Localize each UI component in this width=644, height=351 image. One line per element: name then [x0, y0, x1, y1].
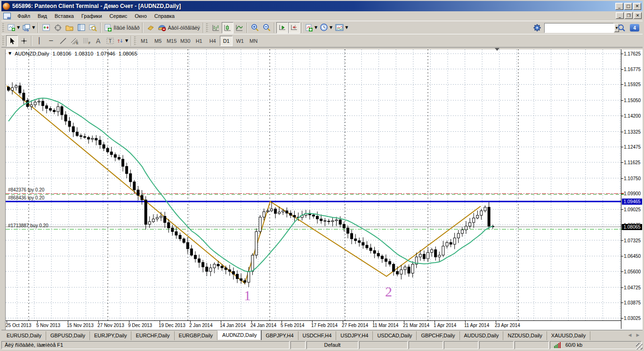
- date-tick-label: 11 Mar 2014: [372, 323, 398, 328]
- resize-grip[interactable]: [636, 343, 643, 350]
- price-tick-mark: [621, 178, 623, 179]
- wave-label-1[interactable]: 1: [244, 287, 251, 303]
- close-button[interactable]: ✕: [633, 3, 641, 10]
- new-chart-button[interactable]: ▼: [6, 22, 21, 33]
- label-tool-button[interactable]: T: [104, 35, 116, 47]
- text-tool-button[interactable]: A: [92, 35, 104, 47]
- minimize-button[interactable]: _: [615, 3, 623, 10]
- timeframe-h4[interactable]: H4: [206, 36, 219, 46]
- order-line-label-0[interactable]: #842376 tpy 0.20: [8, 187, 44, 192]
- menu-1[interactable]: Вид: [34, 12, 51, 20]
- chart-tab-usdjpy[interactable]: USDJPY,H4: [336, 331, 373, 340]
- community-button[interactable]: 4: [628, 23, 641, 33]
- timeframe-m30[interactable]: M30: [179, 36, 192, 46]
- fibonacci-icon: F: [82, 37, 91, 45]
- strategy-tester-button[interactable]: [87, 22, 99, 33]
- toolbar-grip[interactable]: [206, 23, 209, 32]
- chart-tab-nzdusd[interactable]: NZDUSD,Daily: [503, 331, 547, 340]
- menu-5[interactable]: Окно: [131, 12, 151, 20]
- chart-plot[interactable]: ▼ AUDNZD,Daily 1.08106 1.08310 1.07946 1…: [6, 49, 621, 320]
- toolbar-grip[interactable]: [134, 36, 137, 46]
- order-line-label-2[interactable]: #1713887 buy 0.20: [8, 223, 48, 228]
- chart-tab-usdchf[interactable]: USDCHF,H4: [298, 331, 337, 340]
- chart-tab-xauusd[interactable]: XAUUSD,Daily: [547, 331, 590, 340]
- chart-tab-audnzd[interactable]: AUDNZD,Daily: [217, 330, 261, 340]
- templates-icon: [335, 24, 344, 31]
- menu-4[interactable]: Сервис: [106, 12, 131, 20]
- status-segment: [515, 341, 549, 349]
- timeframe-w1[interactable]: W1: [233, 36, 246, 46]
- search-input[interactable]: [545, 24, 614, 32]
- menu-0[interactable]: Файл: [14, 12, 34, 20]
- timeframe-h1[interactable]: H1: [193, 36, 205, 46]
- tabs-scroll-right-button[interactable]: ▶: [634, 331, 642, 339]
- auto-scroll-button[interactable]: [276, 22, 288, 33]
- chart-shift-button[interactable]: [288, 22, 300, 33]
- new-order-button[interactable]: Íîâûé Îðäåð: [103, 22, 141, 33]
- chart-tab-eurchf[interactable]: EURCHF,Daily: [131, 331, 174, 340]
- indicators-button[interactable]: ▼: [304, 22, 319, 33]
- market-watch-button[interactable]: [40, 22, 52, 33]
- menu-6[interactable]: Справка: [151, 12, 178, 20]
- chart-tab-gbpchf[interactable]: GBPCHF,Daily: [417, 331, 459, 340]
- settings-button[interactable]: [531, 22, 543, 33]
- cursor-tool-button[interactable]: [6, 35, 18, 47]
- vertical-line-tool-button[interactable]: │: [33, 35, 45, 47]
- channel-tool-button[interactable]: E: [69, 35, 80, 47]
- timeframe-m5[interactable]: M5: [152, 36, 164, 46]
- chart-tab-gbpusd[interactable]: GBPUSD,Daily: [46, 331, 90, 340]
- child-close-button[interactable]: ✕: [634, 12, 642, 19]
- price-axis[interactable]: 1.176251.167751.159251.150501.142001.133…: [621, 49, 643, 329]
- timeframe-m15[interactable]: M15: [165, 36, 178, 46]
- terminal-button[interactable]: [75, 22, 87, 33]
- child-restore-button[interactable]: ❐: [625, 12, 633, 19]
- data-window-button[interactable]: [52, 22, 64, 33]
- toolbar-grip[interactable]: [2, 36, 5, 46]
- status-profile[interactable]: Default: [306, 341, 358, 349]
- wave-label-2[interactable]: 2: [385, 284, 392, 300]
- autotrading-button[interactable]: Àâòî-òîðãîâëÿ: [156, 22, 201, 33]
- maximize-button[interactable]: □: [624, 3, 632, 10]
- periods-button[interactable]: ▼: [319, 22, 334, 33]
- collapse-arrow-icon[interactable]: ▼: [8, 51, 11, 56]
- arrows-tool-button[interactable]: ▼: [116, 35, 129, 47]
- crosshair-tool-button[interactable]: [18, 35, 30, 47]
- title-bar[interactable]: 565896: Panteon Client Terminal - Демо С…: [1, 1, 643, 11]
- templates-button[interactable]: ▼: [334, 22, 349, 33]
- chart-system-icon[interactable]: [3, 13, 11, 19]
- line-chart-button[interactable]: [233, 22, 245, 33]
- search-combobox[interactable]: ▼: [544, 23, 614, 33]
- chart-tab-gbpjpy[interactable]: GBPJPY,H4: [261, 331, 298, 340]
- date-axis[interactable]: 25 Oct 20135 Nov 201315 Nov 201327 Nov 2…: [6, 320, 621, 329]
- horizontal-line-tool-button[interactable]: ─: [45, 35, 57, 47]
- bar-chart-button[interactable]: [210, 22, 222, 33]
- zoom-in-button[interactable]: [249, 22, 261, 33]
- chart-tab-usdcad[interactable]: USDCAD,Daily: [373, 331, 417, 340]
- profiles-button[interactable]: ▼: [21, 22, 36, 33]
- metaeditor-button[interactable]: [145, 22, 156, 33]
- chart-tab-eurgbp[interactable]: EURGBP,Daily: [175, 331, 218, 340]
- chart-canvas[interactable]: [6, 49, 621, 320]
- order-line-label-1[interactable]: #868436 tpy 0.20: [8, 195, 44, 200]
- tabs-scroll-left-button[interactable]: ◀: [626, 331, 634, 339]
- chart-tab-eurusd[interactable]: EURUSD,Daily: [2, 331, 46, 340]
- toolbar-grip[interactable]: [2, 23, 5, 32]
- chart-shift-marker[interactable]: [495, 48, 499, 51]
- child-minimize-button[interactable]: _: [616, 12, 624, 19]
- search-button[interactable]: [615, 22, 627, 33]
- timeframe-d1[interactable]: D1: [220, 36, 233, 46]
- menu-2[interactable]: Вставка: [51, 12, 78, 20]
- trendline-tool-button[interactable]: [57, 35, 69, 47]
- fibonacci-tool-button[interactable]: F: [80, 35, 92, 47]
- menu-3[interactable]: Графики: [78, 12, 106, 20]
- status-segment: [290, 341, 306, 349]
- chart-tab-audusd[interactable]: AUDUSD,Daily: [460, 331, 504, 340]
- navigator-button[interactable]: [64, 22, 75, 33]
- candlestick-chart-button[interactable]: [222, 22, 233, 33]
- svg-text:E: E: [76, 41, 79, 45]
- timeframe-m1[interactable]: M1: [138, 36, 151, 46]
- bar-chart-icon: [212, 24, 220, 32]
- zoom-out-button[interactable]: [261, 22, 273, 33]
- timeframe-mn[interactable]: MN: [247, 36, 260, 46]
- chart-tab-eurjpy[interactable]: EURJPY,Daily: [90, 331, 132, 340]
